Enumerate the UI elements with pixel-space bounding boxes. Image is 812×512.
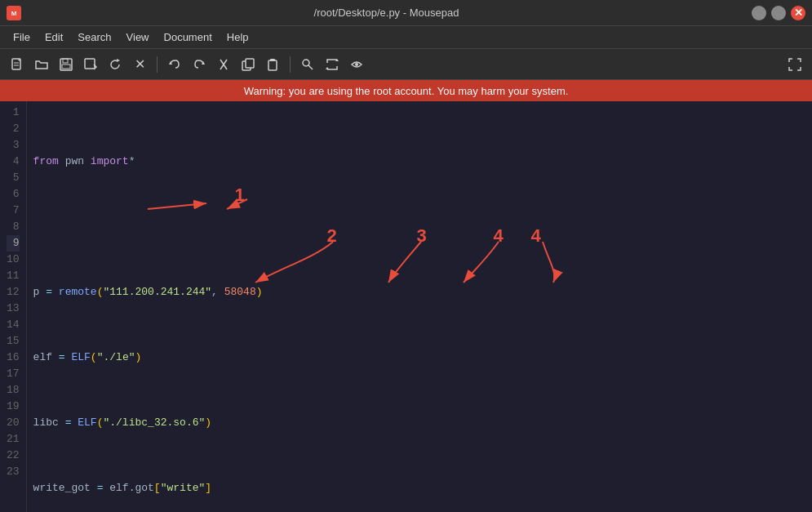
menubar: File Edit Search View Document Help: [0, 26, 812, 49]
titlebar: M /root/Desktop/e.py - Mousepad ✕: [0, 0, 812, 26]
svg-line-22: [308, 65, 313, 69]
new-button[interactable]: [7, 54, 28, 75]
svg-marker-24: [326, 67, 329, 69]
menu-help[interactable]: Help: [220, 29, 255, 46]
svg-rect-2: [756, 12, 762, 14]
open-button[interactable]: [31, 54, 52, 75]
menu-edit[interactable]: Edit: [38, 29, 69, 46]
reload-button[interactable]: [104, 54, 126, 75]
menu-search[interactable]: Search: [71, 29, 118, 46]
minimize-button[interactable]: [752, 6, 766, 20]
svg-rect-19: [268, 60, 277, 70]
svg-point-21: [303, 60, 309, 66]
app-icon: M: [7, 6, 21, 20]
replace-button[interactable]: [322, 54, 343, 75]
paste-button[interactable]: [262, 54, 283, 75]
toolbar-sep-2: [290, 56, 291, 73]
toolbar-sep-1: [157, 56, 158, 73]
menu-view[interactable]: View: [120, 29, 156, 46]
code-line-4: elf = ELF("./le"): [33, 349, 805, 366]
code-line-3: p = remote("111.200.241.244", 58048): [33, 284, 805, 301]
menu-document[interactable]: Document: [158, 29, 219, 46]
code-line-6: write_got = elf.got["write"]: [33, 480, 805, 496]
line-numbers: 12345 678910 1112131415 1617181920 21222…: [0, 101, 27, 512]
code-area[interactable]: from pwn import* p = remote("111.200.241…: [27, 101, 812, 512]
window-title: /root/Desktop/e.py - Mousepad: [21, 7, 752, 19]
close-file-button[interactable]: ✕: [129, 54, 150, 75]
code-line-1: from pwn import*: [33, 154, 805, 170]
svg-rect-11: [85, 59, 95, 69]
save-button[interactable]: [55, 54, 77, 75]
maximize-button[interactable]: [771, 6, 786, 20]
editor[interactable]: 12345 678910 1112131415 1617181920 21222…: [0, 101, 812, 512]
annotation-label-1: 1: [235, 187, 245, 203]
save-as-button[interactable]: [80, 54, 101, 75]
svg-rect-3: [775, 10, 782, 16]
goto-button[interactable]: [346, 54, 367, 75]
warning-bar: Warning: you are using the root account.…: [0, 80, 812, 101]
code-line-2: [33, 219, 805, 235]
toolbar: ✕: [0, 49, 812, 80]
svg-rect-18: [246, 59, 254, 68]
cut-button[interactable]: [213, 54, 234, 75]
code-line-5: libc = ELF("./libc_32.so.6"): [33, 415, 805, 431]
svg-rect-20: [270, 59, 275, 61]
find-button[interactable]: [297, 54, 318, 75]
copy-button[interactable]: [237, 54, 259, 75]
svg-point-25: [355, 63, 358, 66]
window-controls: ✕: [752, 6, 805, 20]
warning-text: Warning: you are using the root account.…: [244, 85, 569, 97]
svg-rect-10: [62, 65, 70, 69]
redo-button[interactable]: [189, 54, 210, 75]
svg-marker-12: [117, 59, 120, 62]
menu-file[interactable]: File: [7, 29, 37, 46]
close-button[interactable]: ✕: [791, 6, 805, 20]
svg-text:M: M: [11, 10, 17, 17]
undo-button[interactable]: [164, 54, 185, 75]
fullscreen-button[interactable]: [784, 54, 805, 75]
